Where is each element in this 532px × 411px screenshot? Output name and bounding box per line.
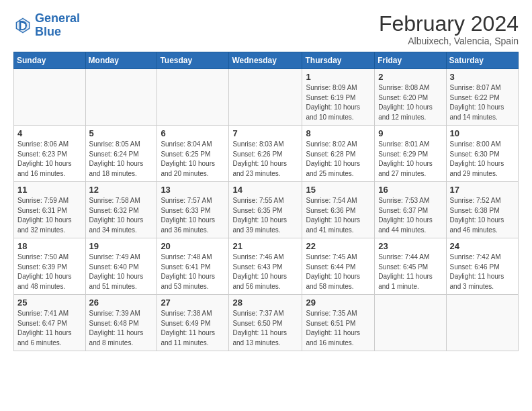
calendar-cell: [446, 295, 518, 351]
logo: General Blue: [13, 12, 80, 39]
calendar-cell: [375, 295, 446, 351]
column-header-sunday: Sunday: [14, 52, 86, 69]
day-info: Sunrise: 8:09 AM Sunset: 6:19 PM Dayligh…: [306, 83, 371, 122]
day-number: 8: [306, 128, 371, 138]
day-info: Sunrise: 8:00 AM Sunset: 6:30 PM Dayligh…: [450, 140, 515, 179]
calendar-cell: 16Sunrise: 7:53 AM Sunset: 6:37 PM Dayli…: [375, 182, 446, 238]
calendar-cell: 2Sunrise: 8:08 AM Sunset: 6:20 PM Daylig…: [375, 69, 446, 126]
day-number: 27: [161, 298, 225, 308]
day-info: Sunrise: 7:48 AM Sunset: 6:41 PM Dayligh…: [161, 253, 225, 291]
calendar-cell: 17Sunrise: 7:52 AM Sunset: 6:38 PM Dayli…: [446, 182, 518, 238]
day-number: 18: [17, 241, 82, 251]
main-title: February 2024: [379, 12, 519, 36]
day-number: 1: [306, 72, 371, 82]
calendar-table: SundayMondayTuesdayWednesdayThursdayFrid…: [13, 52, 519, 351]
calendar-cell: 27Sunrise: 7:38 AM Sunset: 6:49 PM Dayli…: [157, 295, 229, 351]
day-number: 26: [89, 298, 154, 308]
day-info: Sunrise: 8:04 AM Sunset: 6:25 PM Dayligh…: [161, 140, 225, 179]
calendar-cell: 21Sunrise: 7:46 AM Sunset: 6:43 PM Dayli…: [229, 238, 302, 295]
day-info: Sunrise: 8:01 AM Sunset: 6:29 PM Dayligh…: [378, 140, 442, 179]
day-info: Sunrise: 7:45 AM Sunset: 6:44 PM Dayligh…: [306, 253, 371, 291]
column-header-tuesday: Tuesday: [157, 52, 229, 69]
day-info: Sunrise: 8:08 AM Sunset: 6:20 PM Dayligh…: [378, 83, 442, 122]
day-number: 23: [378, 241, 442, 251]
calendar-cell: 13Sunrise: 7:57 AM Sunset: 6:33 PM Dayli…: [157, 182, 229, 238]
day-number: 13: [161, 185, 225, 195]
day-number: 20: [161, 241, 225, 251]
day-number: 21: [232, 241, 298, 251]
logo-general: General: [35, 11, 80, 25]
day-number: 22: [306, 241, 371, 251]
day-number: 7: [232, 128, 298, 138]
day-number: 17: [450, 185, 515, 195]
calendar-cell: [85, 69, 157, 126]
calendar-cell: 25Sunrise: 7:41 AM Sunset: 6:47 PM Dayli…: [14, 295, 86, 351]
calendar-cell: 12Sunrise: 7:58 AM Sunset: 6:32 PM Dayli…: [85, 182, 157, 238]
calendar-cell: 29Sunrise: 7:35 AM Sunset: 6:51 PM Dayli…: [302, 295, 375, 351]
day-number: 4: [17, 128, 82, 138]
day-number: 25: [17, 298, 82, 308]
day-info: Sunrise: 8:06 AM Sunset: 6:23 PM Dayligh…: [17, 140, 82, 179]
day-info: Sunrise: 7:55 AM Sunset: 6:35 PM Dayligh…: [232, 196, 298, 235]
day-info: Sunrise: 7:46 AM Sunset: 6:43 PM Dayligh…: [232, 253, 298, 291]
subtitle: Albuixech, Valencia, Spain: [379, 36, 519, 46]
day-info: Sunrise: 7:38 AM Sunset: 6:49 PM Dayligh…: [161, 309, 225, 348]
calendar-cell: [14, 69, 86, 126]
calendar-cell: 19Sunrise: 7:49 AM Sunset: 6:40 PM Dayli…: [85, 238, 157, 295]
day-info: Sunrise: 7:52 AM Sunset: 6:38 PM Dayligh…: [450, 196, 515, 235]
day-number: 2: [378, 72, 442, 82]
calendar-cell: 9Sunrise: 8:01 AM Sunset: 6:29 PM Daylig…: [375, 126, 446, 182]
calendar-cell: 6Sunrise: 8:04 AM Sunset: 6:25 PM Daylig…: [157, 126, 229, 182]
calendar-cell: 3Sunrise: 8:07 AM Sunset: 6:22 PM Daylig…: [446, 69, 518, 126]
day-number: 15: [306, 185, 371, 195]
column-header-thursday: Thursday: [302, 52, 375, 69]
calendar-cell: 26Sunrise: 7:39 AM Sunset: 6:48 PM Dayli…: [85, 295, 157, 351]
day-info: Sunrise: 7:44 AM Sunset: 6:45 PM Dayligh…: [378, 253, 442, 291]
page: General Blue February 2024 Albuixech, Va…: [0, 0, 532, 358]
day-number: 10: [450, 128, 515, 138]
day-number: 24: [450, 241, 515, 251]
calendar-cell: 7Sunrise: 8:03 AM Sunset: 6:26 PM Daylig…: [229, 126, 302, 182]
calendar-cell: 23Sunrise: 7:44 AM Sunset: 6:45 PM Dayli…: [375, 238, 446, 295]
day-number: 28: [232, 298, 298, 308]
week-row-4: 25Sunrise: 7:41 AM Sunset: 6:47 PM Dayli…: [14, 295, 519, 351]
day-info: Sunrise: 7:37 AM Sunset: 6:50 PM Dayligh…: [232, 309, 298, 348]
day-info: Sunrise: 7:58 AM Sunset: 6:32 PM Dayligh…: [89, 196, 154, 235]
calendar-cell: 8Sunrise: 8:02 AM Sunset: 6:28 PM Daylig…: [302, 126, 375, 182]
calendar-cell: 4Sunrise: 8:06 AM Sunset: 6:23 PM Daylig…: [14, 126, 86, 182]
calendar-cell: 1Sunrise: 8:09 AM Sunset: 6:19 PM Daylig…: [302, 69, 375, 126]
day-number: 5: [89, 128, 154, 138]
day-number: 9: [378, 128, 442, 138]
day-info: Sunrise: 7:41 AM Sunset: 6:47 PM Dayligh…: [17, 309, 82, 348]
logo-icon: [13, 16, 32, 35]
logo-blue: Blue: [35, 25, 61, 38]
calendar-cell: 20Sunrise: 7:48 AM Sunset: 6:41 PM Dayli…: [157, 238, 229, 295]
calendar-cell: [157, 69, 229, 126]
calendar-cell: 10Sunrise: 8:00 AM Sunset: 6:30 PM Dayli…: [446, 126, 518, 182]
calendar-cell: 28Sunrise: 7:37 AM Sunset: 6:50 PM Dayli…: [229, 295, 302, 351]
title-block: February 2024 Albuixech, Valencia, Spain: [379, 12, 519, 46]
day-info: Sunrise: 8:07 AM Sunset: 6:22 PM Dayligh…: [450, 83, 515, 122]
day-number: 3: [450, 72, 515, 82]
week-row-0: 1Sunrise: 8:09 AM Sunset: 6:19 PM Daylig…: [14, 69, 519, 126]
day-info: Sunrise: 7:35 AM Sunset: 6:51 PM Dayligh…: [306, 309, 371, 348]
column-header-wednesday: Wednesday: [229, 52, 302, 69]
calendar-cell: 15Sunrise: 7:54 AM Sunset: 6:36 PM Dayli…: [302, 182, 375, 238]
day-info: Sunrise: 7:42 AM Sunset: 6:46 PM Dayligh…: [450, 253, 515, 291]
calendar-cell: 18Sunrise: 7:50 AM Sunset: 6:39 PM Dayli…: [14, 238, 86, 295]
column-header-friday: Friday: [375, 52, 446, 69]
day-number: 14: [232, 185, 298, 195]
week-row-1: 4Sunrise: 8:06 AM Sunset: 6:23 PM Daylig…: [14, 126, 519, 182]
logo-text: General Blue: [35, 12, 80, 39]
day-number: 16: [378, 185, 442, 195]
calendar-cell: [229, 69, 302, 126]
week-row-2: 11Sunrise: 7:59 AM Sunset: 6:31 PM Dayli…: [14, 182, 519, 238]
calendar-cell: 11Sunrise: 7:59 AM Sunset: 6:31 PM Dayli…: [14, 182, 86, 238]
calendar-cell: 22Sunrise: 7:45 AM Sunset: 6:44 PM Dayli…: [302, 238, 375, 295]
calendar-header: SundayMondayTuesdayWednesdayThursdayFrid…: [14, 52, 519, 69]
day-info: Sunrise: 8:02 AM Sunset: 6:28 PM Dayligh…: [306, 140, 371, 179]
day-info: Sunrise: 7:49 AM Sunset: 6:40 PM Dayligh…: [89, 253, 154, 291]
day-info: Sunrise: 7:57 AM Sunset: 6:33 PM Dayligh…: [161, 196, 225, 235]
day-number: 19: [89, 241, 154, 251]
day-info: Sunrise: 8:03 AM Sunset: 6:26 PM Dayligh…: [232, 140, 298, 179]
